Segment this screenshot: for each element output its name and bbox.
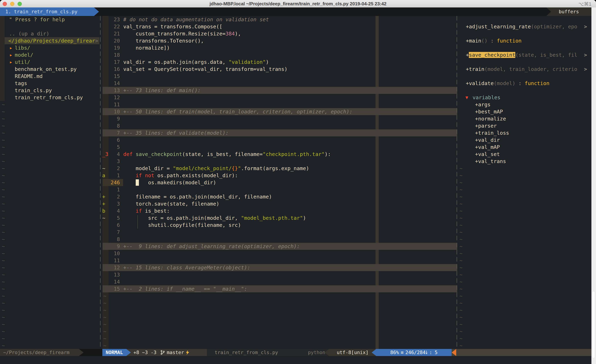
code-line[interactable]: 5~ src = os.path.join(model_dir, "model_… <box>99 214 457 222</box>
code-text: val_dir = os.path.join(args.data, "valid… <box>123 58 269 66</box>
fold-text[interactable]: +-- 2 lines: if __name__ == "__main__": <box>123 285 247 292</box>
fold-text[interactable]: +-- 9 lines: def adjust_learning_rate(op… <box>123 243 300 250</box>
tagbar-window: +adjust_learning_rate(optimizer, epo>+ma… <box>457 16 591 349</box>
code-line[interactable]: 9 <box>99 115 457 122</box>
code-line[interactable]: 1a if not os.path.exists(model_dir): <box>99 172 457 179</box>
scrollbar-track[interactable] <box>591 7 596 364</box>
tree-row-updir[interactable]: .. (up a dir) <box>0 30 99 37</box>
window-separator-right[interactable] <box>457 16 457 349</box>
code-line[interactable]: 15+-- 2 lines: if __name__ == "__main__"… <box>99 285 457 292</box>
tagbar-tag[interactable]: +train(model, train_loader, criterio> <box>457 66 591 73</box>
chevron-right-icon[interactable]: ▸ <box>9 51 12 58</box>
code-line[interactable]: 23# do not do data augmentation on valid… <box>99 16 457 23</box>
code-line[interactable]: 16val_set = QuerySet(root=val_dir, trans… <box>99 66 457 73</box>
code-line[interactable]: 10 <box>99 250 457 257</box>
triangle-down-icon[interactable]: ▼ <box>465 94 468 101</box>
code-line[interactable]: 7+-- 35 lines: def validate(model): <box>99 129 457 137</box>
token-nrm: val_set = QuerySet(root=val_dir, transfo… <box>123 66 287 72</box>
tilde-marker: ~ <box>2 172 5 179</box>
tilde-marker: ~ <box>103 321 106 328</box>
code-line[interactable]: 18 <box>99 51 457 58</box>
titlebar[interactable]: jdhao-MBP.local ~/Projects/deep_firearm/… <box>0 0 596 8</box>
tab-active[interactable]: 1. train_retr_from_cls.py <box>0 7 94 16</box>
code-line[interactable]: 246 os.makedirs(model_dir) <box>99 179 457 186</box>
code-line[interactable]: 11 <box>99 257 457 264</box>
tree-row-file[interactable]: benchmark_on_test.py <box>0 66 99 73</box>
code-line[interactable]: 14 <box>99 80 457 87</box>
fold-text[interactable]: +-- 15 lines: class AverageMeter(object)… <box>123 264 250 271</box>
variable-label: +train_loss <box>475 129 509 137</box>
tilde-marker: ~ <box>459 306 462 314</box>
tilde-marker: ~ <box>2 285 5 292</box>
code-line[interactable]: 14 <box>99 278 457 285</box>
code-line[interactable]: 6 shutil.copyfile(filename, src) <box>99 222 457 229</box>
powerline-separator <box>79 349 83 356</box>
tilde-marker: ~ <box>2 335 5 342</box>
tree-row-file[interactable]: train_cls.py <box>0 87 99 94</box>
tag-part-name: +validate <box>466 80 494 86</box>
code-line[interactable]: 2~ model_dir = "model/check_point/{}".fo… <box>99 165 457 172</box>
tree-row-dir[interactable]: ▸util/ <box>0 58 99 66</box>
chevron-right-icon[interactable]: ▸ <box>9 58 12 66</box>
fold-text[interactable]: +-- 35 lines: def validate(model): <box>123 129 229 137</box>
code-line[interactable]: 20 transforms.ToTensor(), <box>99 37 457 44</box>
tree-row-file[interactable]: train_retr_from_cls.py <box>0 94 99 101</box>
code-line[interactable]: 21 custom_transform.Resize(size=384), <box>99 30 457 37</box>
code-line[interactable]: 7 <box>99 229 457 236</box>
tagbar-tag[interactable]: +save_checkpoint(state, is_best, fil> <box>457 51 591 58</box>
code-line[interactable]: 17val_dir = os.path.join(args.data, "val… <box>99 58 457 66</box>
tagbar-tag[interactable]: +validate(model) : function <box>457 80 591 87</box>
tilde-marker: ~ <box>459 222 462 229</box>
tag-part-sig: () <box>481 38 487 44</box>
code-line[interactable]: 1 <box>99 186 457 193</box>
variable-label: +parser <box>475 122 497 129</box>
tree-row-file[interactable]: tags <box>0 80 99 87</box>
code-line[interactable]: 11 <box>99 101 457 108</box>
code-line[interactable]: 4_3def save_checkpoint(state, is_best, f… <box>99 151 457 158</box>
nerdtree-updir: .. (up a dir) <box>9 30 49 37</box>
code-line[interactable]: 2+ filename = os.path.join(model_dir, fi… <box>99 193 457 200</box>
code-text: val_set = QuerySet(root=val_dir, transfo… <box>123 66 287 73</box>
tilde-marker: ~ <box>2 271 5 278</box>
code-line[interactable]: 15 <box>99 73 457 80</box>
tilde-marker: ~ <box>2 158 5 165</box>
chevron-right-icon[interactable]: ▸ <box>9 44 12 51</box>
tilde-marker: ~ <box>459 257 462 264</box>
tagbar-tag[interactable]: +adjust_learning_rate(optimizer, epo> <box>457 23 591 30</box>
code-line[interactable]: 3+ torch.save(state, filename) <box>99 200 457 207</box>
tilde-marker: ~ <box>2 108 5 115</box>
fold-text[interactable]: +-- 73 lines: def main(): <box>123 87 201 94</box>
code-line[interactable]: 19 normalize]) <box>99 44 457 51</box>
token-fn: save_checkpoint <box>136 151 182 157</box>
tabline: 1. train_retr_from_cls.py buffers <box>0 7 596 16</box>
tree-row-file[interactable]: README.md <box>0 73 99 80</box>
tree-row-help[interactable]: " Press ? for help <box>0 16 99 23</box>
tree-row-dir[interactable]: ▸model/ <box>0 51 99 58</box>
code-line[interactable]: 4b if is_best: <box>99 207 457 214</box>
code-line[interactable]: 9+-- 9 lines: def adjust_learning_rate(o… <box>99 243 457 250</box>
code-text: normalize]) <box>123 44 170 51</box>
code-line[interactable]: 10+-- 50 lines: def train(model, train_l… <box>99 108 457 115</box>
scrollbar-thumb[interactable] <box>592 291 595 358</box>
tilde-marker: ~ <box>2 306 5 314</box>
code-line[interactable]: 3 <box>99 158 457 165</box>
command-line[interactable] <box>0 356 591 364</box>
fold-text[interactable]: +-- 50 lines: def train(model, train_loa… <box>123 108 352 115</box>
code-line[interactable]: 12+-- 15 lines: class AverageMeter(objec… <box>99 264 457 271</box>
tagbar-tag[interactable]: +main() : function <box>457 37 591 44</box>
code-line[interactable]: 8 <box>99 122 457 129</box>
code-text: val_trans = transforms.Compose([ <box>123 23 223 30</box>
tree-row-dir[interactable]: ▸libs/ <box>0 44 99 51</box>
code-line[interactable]: 12 <box>99 94 457 101</box>
code-text: if is_best: <box>123 207 170 214</box>
code-line[interactable]: 6 <box>99 137 457 144</box>
tree-row-root[interactable]: </jdhao/Projects/deep_firear> <box>0 37 99 44</box>
code-line[interactable]: 13+-- 73 lines: def main(): <box>99 87 457 94</box>
code-line[interactable]: 5 <box>99 144 457 151</box>
code-line[interactable]: 8 <box>99 236 457 243</box>
code-line[interactable]: 13 <box>99 271 457 278</box>
tilde-marker: ~ <box>2 250 5 257</box>
code-window: 23# do not do data augmentation on valid… <box>99 16 457 349</box>
code-line[interactable]: 22val_trans = transforms.Compose([ <box>99 23 457 30</box>
variable-label: +args <box>475 101 491 108</box>
